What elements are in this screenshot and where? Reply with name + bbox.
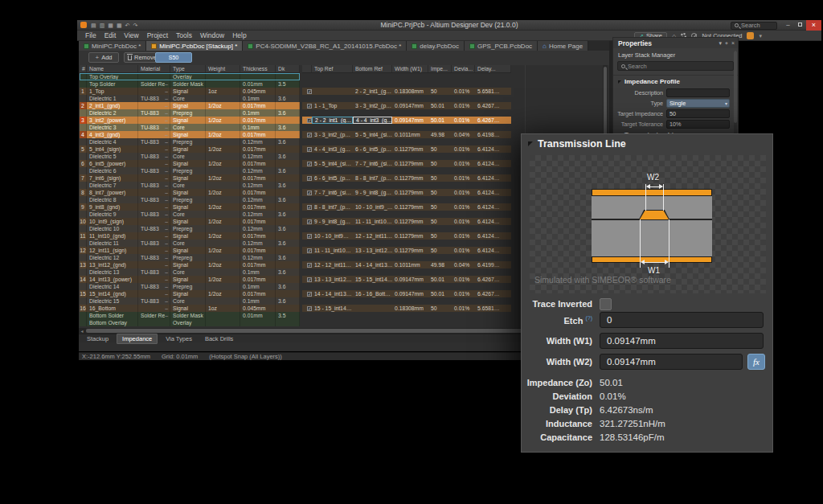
copy-icon[interactable]: ▥ (100, 20, 105, 31)
impedance-row[interactable]: ✓2 - 2_int1_(g…0.18308mm500.01%5.6581… (302, 88, 511, 95)
impedance-row[interactable]: ✓5 - 5_int4_(si…7 - 7_int6_(si…0.11279mm… (302, 160, 511, 167)
stackup-row[interactable]: 99_int8_(gnd)–Signal1/2oz0.017mm (80, 203, 300, 211)
menu-item-edit[interactable]: Edit (104, 31, 117, 39)
material-picker-icon[interactable]: – (165, 290, 170, 297)
material-picker-icon[interactable]: – (165, 189, 170, 196)
column-header[interactable]: Name (87, 65, 138, 72)
material-picker-icon[interactable]: – (165, 80, 170, 88)
document-tab[interactable]: GPS_PCB.PcbDoc (465, 41, 538, 51)
material-picker-icon[interactable]: – (165, 167, 170, 174)
material-picker-icon[interactable]: – (165, 138, 170, 145)
material-picker-icon[interactable]: – (165, 109, 170, 117)
undo-icon[interactable]: ↶ (125, 20, 130, 31)
stackup-row[interactable]: 1313_int12_(gnd)–Signal1/2oz0.017mm (80, 261, 300, 268)
stackup-row[interactable]: Bottom OverlayOverlay (80, 319, 300, 326)
close-icon[interactable]: × (731, 40, 735, 46)
material-picker-icon[interactable]: – (165, 88, 170, 95)
stackup-row[interactable]: 1616_Bottom–Signal1oz0.045mm (80, 305, 300, 312)
material-picker-icon[interactable]: – (165, 174, 170, 182)
save-icon[interactable]: ▤ (91, 20, 96, 31)
material-picker-icon[interactable]: – (165, 268, 170, 276)
impedance-row[interactable]: ✓12 - 12_int11…14 - 14_int13…0.1011mm49.… (302, 261, 511, 268)
material-picker-icon[interactable]: – (165, 297, 170, 305)
column-header[interactable]: Dk (276, 65, 300, 72)
stackup-row[interactable]: Dielectric 3TU-883–Core0.1mm3.6 (80, 124, 300, 131)
stackup-row[interactable]: Dielectric 15TU-883–Core0.1mm3.6 (80, 297, 300, 305)
stackup-row[interactable]: 66_int5_(power)–Signal1/2oz0.017mm (80, 160, 300, 167)
document-tab[interactable]: ⌂Home Page (538, 41, 588, 51)
material-picker-icon[interactable]: – (165, 247, 170, 254)
pin-icon[interactable]: ⌖ (725, 40, 728, 47)
document-tab[interactable]: PC4-SODIMM_V2B8_RC_A1_20141015.PcbDoc * (243, 41, 407, 51)
view-tab-impedance[interactable]: Impedance (117, 334, 158, 344)
scroll-left-icon[interactable]: ◂ (79, 328, 85, 334)
view-tab-stackup[interactable]: Stackup (82, 334, 113, 343)
impedance-row[interactable]: ✓3 - 3_int2_(p…5 - 5_int4_(si…0.1011mm49… (302, 131, 511, 138)
stackup-row[interactable]: 77_int6_(sign)–Signal1/2oz0.017mm (80, 174, 300, 182)
etch-field[interactable]: 0 (600, 312, 764, 328)
stackup-row[interactable]: Top SolderSolder Resist–Solder Mask0.01m… (80, 80, 300, 88)
material-picker-icon[interactable]: – (165, 283, 170, 290)
material-picker-icon[interactable]: – (165, 232, 170, 240)
stackup-row[interactable]: Dielectric 1TU-883–Core0.1mm3.6 (80, 95, 300, 102)
stackup-row[interactable]: 1515_int14_(gnd)–Signal1/2oz0.017mm (80, 290, 300, 297)
menu-item-view[interactable]: View (124, 31, 138, 39)
help-icon[interactable]: (?) (585, 315, 592, 321)
view-tab-via-types[interactable]: Via Types (161, 334, 197, 343)
minimize-button[interactable]: – (782, 20, 794, 31)
material-picker-icon[interactable]: – (165, 196, 170, 203)
menu-item-tools[interactable]: Tools (176, 31, 192, 39)
material-picker-icon[interactable]: – (165, 225, 170, 232)
open-project-icon[interactable]: ▦ (117, 20, 122, 31)
material-picker-icon[interactable]: – (165, 160, 170, 167)
avatar[interactable] (747, 32, 754, 39)
material-picker-icon[interactable]: – (165, 131, 170, 138)
impedance-row[interactable]: ✓13 - 13_int12…15 - 15_int14…0.09147mm50… (302, 276, 511, 283)
impedance-row[interactable]: ✓2 - 2_int1_(g…4 - 4_int3_(g…0.09147mm50… (302, 117, 511, 124)
impedance-row[interactable]: ✓15 - 15_int14…0.18308mm500.01%5.6581… (302, 305, 511, 312)
stackup-row[interactable]: Dielectric 8TU-883–Prepreg0.12mm3.6 (80, 196, 300, 203)
material-picker-icon[interactable]: – (165, 145, 170, 153)
stackup-row[interactable]: Dielectric 13TU-883–Core0.1mm3.6 (80, 268, 300, 276)
impedance-profile-section[interactable]: Impedance Profile (618, 78, 680, 85)
material-picker-icon[interactable]: – (165, 203, 170, 211)
document-tab[interactable]: MiniPC.PcbDoc * (79, 41, 146, 51)
add-button[interactable]: + Add (88, 52, 119, 63)
material-picker-icon[interactable]: – (165, 117, 170, 124)
view-tab-back-drills[interactable]: Back Drills (200, 334, 238, 343)
stackup-row[interactable]: Dielectric 14TU-883–Prepreg0.1mm3.6 (80, 283, 300, 290)
material-picker-icon[interactable]: – (165, 305, 170, 312)
stackup-row[interactable]: Dielectric 10TU-883–Prepreg0.12mm3.6 (80, 225, 300, 232)
material-picker-icon[interactable]: – (165, 211, 170, 218)
stackup-row[interactable]: Top OverlayOverlay (80, 73, 300, 80)
material-picker-icon[interactable]: – (165, 254, 170, 261)
type-dropdown[interactable]: Single▾ (666, 99, 730, 108)
menu-item-window[interactable]: Window (200, 31, 224, 39)
stackup-row[interactable]: Bottom SolderSolder Resist–Solder Mask0.… (80, 312, 300, 319)
column-header[interactable]: # (80, 65, 87, 72)
stackup-row[interactable]: 11_Top–Signal1oz0.045mm (80, 88, 300, 95)
impedance-row[interactable]: ✓6 - 6_int5_(p…8 - 8_int7_(p…0.11279mm50… (302, 174, 511, 182)
trace-inverted-checkbox[interactable] (600, 298, 612, 310)
popup-header[interactable]: Transmission Line (528, 138, 626, 150)
stackup-row[interactable]: Dielectric 9TU-883–Core0.12mm3.6 (80, 211, 300, 218)
target-tolerance-field[interactable]: 10% (666, 120, 730, 129)
target-impedance-field[interactable]: 50 (666, 109, 730, 118)
stackup-row[interactable]: Dielectric 12TU-883–Prepreg0.12mm3.6 (80, 254, 300, 261)
scrollbar-thumb[interactable] (86, 329, 544, 333)
impedance-row[interactable]: ✓4 - 4_int3_(g…6 - 6_int5_(p…0.11279mm50… (302, 145, 511, 153)
stackup-row[interactable]: 1414_int13_(power)–Signal1/2oz0.017mm (80, 276, 300, 283)
panel-menu-icon[interactable]: ▾ (719, 40, 722, 47)
stackup-row[interactable]: 1010_int9_(sign)–Signal1/2oz0.017mm (80, 218, 300, 225)
material-picker-icon[interactable]: – (165, 312, 170, 319)
impedance-row[interactable]: ✓14 - 14_int13…16 - 16_Bott…0.09147mm50.… (302, 290, 511, 297)
stackup-row[interactable]: Dielectric 5TU-883–Core0.12mm3.6 (80, 153, 300, 160)
chevron-down-icon[interactable]: ▾ (759, 33, 762, 39)
menu-item-project[interactable]: Project (147, 31, 168, 39)
global-search-box[interactable]: Search (731, 22, 777, 30)
material-picker-icon[interactable]: – (165, 276, 170, 283)
stackup-row[interactable]: Dielectric 11TU-883–Core0.12mm3.6 (80, 240, 300, 247)
open-icon[interactable]: ▦ (108, 20, 113, 31)
impedance-row[interactable]: ✓8 - 8_int7_(p…10 - 10_int9_…0.11279mm50… (302, 203, 511, 211)
impedance-profile-button[interactable]: S50 (155, 52, 192, 63)
